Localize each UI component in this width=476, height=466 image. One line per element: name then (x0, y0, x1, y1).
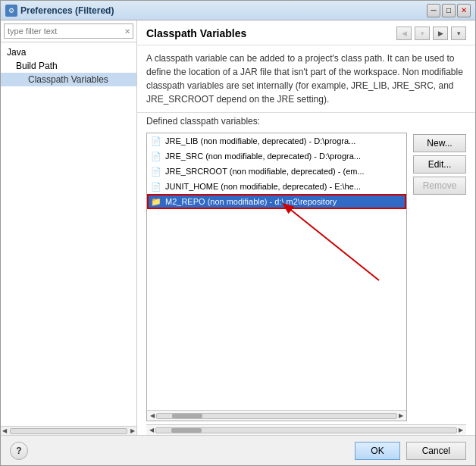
footer-buttons: OK Cancel (355, 442, 466, 460)
list-scroll-left[interactable]: ◀ (149, 412, 156, 419)
list-horizontal-scrollbar[interactable]: ◀ ▶ (147, 410, 406, 421)
maximize-button[interactable]: □ (442, 4, 456, 17)
ok-button[interactable]: OK (355, 442, 399, 460)
jre-src-icon: 📄 (150, 150, 162, 162)
list-item-jre-lib[interactable]: 📄 JRE_LIB (non modifiable, deprecated) -… (147, 133, 406, 149)
title-bar: ⚙ Preferences (Filtered) ─ □ ✕ (1, 1, 475, 20)
new-button[interactable]: New... (413, 134, 466, 152)
m2-repo-icon: 📁 (150, 195, 162, 208)
jre-srcroot-text: JRE_SRCROOT (non modifiable, deprecated)… (165, 167, 365, 176)
main-header: Classpath Variables ◀ ▾ ▶ ▾ (137, 20, 475, 45)
edit-button[interactable]: Edit... (413, 155, 466, 174)
sidebar: ✕ Java Build Path Classpath Variables ◀ … (1, 20, 137, 435)
action-buttons: New... Edit... Remove (413, 133, 466, 421)
window-icon: ⚙ (5, 5, 17, 17)
tree-item-classpath-variables[interactable]: Classpath Variables (1, 73, 136, 86)
jre-lib-text: JRE_LIB (non modifiable, deprecated) - D… (165, 136, 355, 145)
classpath-list-container: 📄 JRE_LIB (non modifiable, deprecated) -… (146, 133, 407, 421)
list-item-jre-src[interactable]: 📄 JRE_SRC (non modifiable, deprecated) -… (147, 149, 406, 164)
title-bar-left: ⚙ Preferences (Filtered) (5, 5, 114, 17)
filter-input[interactable] (4, 23, 133, 39)
classpath-list-label: Defined classpath variables: (137, 113, 475, 130)
nav-dropdown-button[interactable]: ▾ (415, 27, 430, 40)
nav-buttons: ◀ ▾ ▶ ▾ (396, 27, 466, 40)
footer: ? OK Cancel (1, 435, 475, 465)
list-scroll-thumb (172, 414, 202, 418)
description-area: A classpath variable can be added to a p… (137, 45, 475, 113)
tree-item-java[interactable]: Java (1, 45, 136, 59)
filter-clear-icon: ✕ (124, 27, 130, 36)
jre-src-text: JRE_SRC (non modifiable, deprecated) - D… (165, 152, 361, 161)
jre-srcroot-icon: 📄 (150, 165, 162, 177)
list-item-junit-home[interactable]: 📄 JUNIT_HOME (non modifiable, deprecated… (147, 179, 406, 194)
sidebar-scroll-right[interactable]: ▶ (129, 427, 136, 434)
bottom-scroll-right[interactable]: ▶ (457, 427, 465, 433)
jre-lib-icon: 📄 (150, 135, 162, 147)
list-and-buttons: 📄 JRE_LIB (non modifiable, deprecated) -… (137, 130, 475, 424)
sidebar-scrollbar[interactable]: ◀ ▶ (1, 426, 136, 435)
sidebar-scroll-left[interactable]: ◀ (1, 427, 8, 434)
close-button[interactable]: ✕ (457, 4, 471, 17)
nav-forward-button[interactable]: ▶ (433, 27, 448, 40)
junit-home-text: JUNIT_HOME (non modifiable, deprecated) … (165, 182, 361, 191)
junit-home-icon: 📄 (150, 180, 162, 192)
bottom-horizontal-scrollbar[interactable]: ◀ ▶ (146, 424, 466, 435)
filter-box: ✕ (1, 20, 136, 42)
window-title: Preferences (Filtered) (20, 5, 114, 16)
bottom-scroll-left[interactable]: ◀ (148, 427, 155, 433)
tree-item-build-path[interactable]: Build Path (1, 59, 136, 73)
m2-repo-text: M2_REPO (non modifiable) - d:\.m2\reposi… (165, 197, 337, 206)
tree-area: Java Build Path Classpath Variables (1, 42, 136, 426)
main-panel-title: Classpath Variables (146, 27, 246, 39)
list-item-m2-repo[interactable]: 📁 M2_REPO (non modifiable) - d:\.m2\repo… (147, 194, 406, 209)
title-buttons: ─ □ ✕ (427, 4, 471, 17)
content-area: ✕ Java Build Path Classpath Variables ◀ … (1, 20, 475, 435)
nav-back-button[interactable]: ◀ (396, 27, 412, 40)
cancel-button[interactable]: Cancel (406, 442, 466, 460)
classpath-list[interactable]: 📄 JRE_LIB (non modifiable, deprecated) -… (147, 133, 406, 410)
sidebar-scroll-track (10, 428, 127, 434)
bottom-scroll-track (155, 427, 457, 433)
main-panel: Classpath Variables ◀ ▾ ▶ ▾ A classpath … (137, 20, 475, 435)
list-scroll-track (156, 413, 397, 419)
preferences-window: ⚙ Preferences (Filtered) ─ □ ✕ ✕ Java Bu… (0, 0, 476, 466)
list-item-jre-srcroot[interactable]: 📄 JRE_SRCROOT (non modifiable, deprecate… (147, 164, 406, 179)
minimize-button[interactable]: ─ (427, 4, 440, 17)
bottom-scroll-thumb (171, 428, 202, 433)
nav-forward-dropdown-button[interactable]: ▾ (451, 27, 466, 40)
help-button[interactable]: ? (10, 442, 28, 460)
list-scroll-right[interactable]: ▶ (397, 412, 405, 419)
remove-button[interactable]: Remove (413, 177, 466, 195)
